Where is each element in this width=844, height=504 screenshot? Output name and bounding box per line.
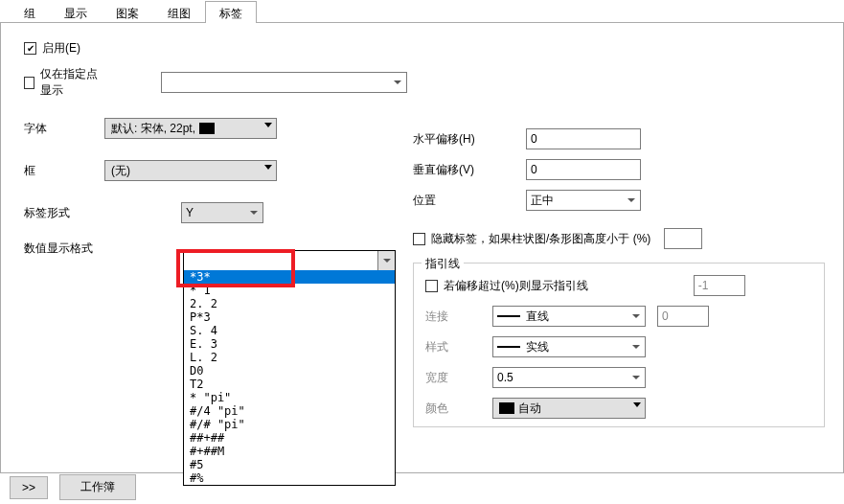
numformat-dropdown-button[interactable] [377, 251, 395, 270]
hide-label-checkbox[interactable] [413, 233, 425, 245]
numformat-option[interactable]: * "pi" [184, 391, 395, 404]
font-combo[interactable]: 默认: 宋体, 22pt, [104, 118, 277, 139]
font-value: 默认: 宋体, 22pt, [111, 121, 195, 137]
leader-connect-value: 直线 [526, 309, 549, 325]
leaderline-legend: 指引线 [422, 256, 464, 272]
hoffset-label: 水平偏移(H) [413, 131, 499, 148]
line-icon [497, 315, 520, 317]
font-label: 字体 [24, 121, 91, 137]
leader-cond-value[interactable]: -1 [694, 275, 745, 296]
chevron-down-icon [245, 203, 262, 222]
tab-pattern[interactable]: 图案 [102, 1, 153, 23]
leader-style-combo[interactable]: 实线 [492, 336, 646, 357]
chevron-down-icon [633, 402, 641, 407]
numformat-option[interactable]: P*3 [184, 310, 395, 324]
numformat-option[interactable]: L. 2 [184, 351, 395, 364]
numformat-option[interactable]: 2. 2 [184, 297, 395, 310]
chevron-down-icon [627, 337, 645, 356]
hide-label-label: 隐藏标签，如果柱状图/条形图高度小于 (%) [431, 231, 650, 247]
frame-value: (无) [111, 163, 130, 179]
color-swatch [499, 402, 514, 414]
leader-cond-checkbox[interactable] [425, 280, 438, 292]
numformat-option[interactable]: D0 [184, 364, 395, 378]
enable-label: 启用(E) [42, 40, 80, 57]
next-button[interactable]: >> [10, 476, 48, 499]
numformat-option[interactable]: ##+## [184, 431, 395, 445]
numformat-option[interactable]: #+##M [184, 445, 395, 458]
leader-width-label: 宽度 [425, 370, 473, 386]
position-combo[interactable]: 正中 [526, 190, 641, 211]
numformat-option[interactable]: T2 [184, 378, 395, 391]
labelform-combo[interactable]: Y [181, 202, 263, 223]
chevron-down-icon [264, 165, 272, 170]
tab-groupplot[interactable]: 组图 [153, 1, 205, 23]
numformat-option[interactable]: #/4 "pi" [184, 404, 395, 418]
labelform-value: Y [186, 206, 194, 219]
chevron-down-icon [264, 123, 272, 127]
leader-color-label: 颜色 [425, 401, 473, 417]
show-at-points-checkbox[interactable] [24, 77, 34, 89]
chevron-down-icon [389, 73, 406, 92]
numformat-dropdown[interactable]: *3** 12. 2P*3S. 4E. 3L. 2D0T2* "pi"#/4 "… [183, 250, 396, 486]
numformat-option[interactable]: E. 3 [184, 337, 395, 351]
chevron-down-icon [627, 307, 645, 326]
line-icon [497, 346, 520, 348]
hide-label-input[interactable] [664, 228, 702, 249]
chevron-down-icon [623, 191, 640, 210]
numformat-option[interactable]: * 1 [184, 284, 395, 297]
leader-connect-num[interactable]: 0 [657, 306, 709, 327]
leader-cond-label: 若偏移超过(%)则显示指引线 [444, 278, 588, 294]
tab-group[interactable]: 组 [10, 1, 50, 23]
leader-connect-combo[interactable]: 直线 [492, 306, 646, 327]
tab-label[interactable]: 标签 [205, 1, 257, 23]
show-at-points-label: 仅在指定点显示 [40, 66, 103, 99]
tab-display[interactable]: 显示 [50, 1, 102, 23]
numformat-option[interactable]: #/# "pi" [184, 418, 395, 431]
numformat-option[interactable]: #5 [184, 458, 395, 471]
leader-width-value: 0.5 [497, 371, 513, 384]
voffset-input[interactable]: 0 [526, 159, 641, 180]
numformat-option-list: *3** 12. 2P*3S. 4E. 3L. 2D0T2* "pi"#/4 "… [184, 270, 395, 485]
leaderline-group: 指引线 若偏移超过(%)则显示指引线 -1 连接 直线 0 样式 实线 [413, 263, 825, 427]
chevron-down-icon [627, 368, 645, 387]
leader-color-value: 自动 [518, 401, 541, 417]
leader-style-value: 实线 [526, 339, 549, 355]
hoffset-input[interactable]: 0 [526, 128, 641, 149]
font-color-swatch [199, 123, 215, 134]
labelform-label: 标签形式 [24, 205, 78, 221]
numformat-option[interactable]: #% [184, 471, 395, 485]
show-at-points-combo[interactable] [161, 72, 407, 93]
frame-combo[interactable]: (无) [104, 160, 277, 181]
leader-connect-label: 连接 [425, 309, 473, 325]
leader-width-combo[interactable]: 0.5 [492, 367, 646, 388]
tab-content: ✔ 启用(E) 仅在指定点显示 字体 默认: 宋体, 22pt, 框 (无) [0, 23, 844, 473]
voffset-label: 垂直偏移(V) [413, 162, 499, 178]
numformat-option[interactable]: *3* [184, 270, 395, 284]
frame-label: 框 [24, 163, 91, 179]
leader-color-combo[interactable]: 自动 [492, 398, 646, 419]
numformat-label: 数值显示格式 [24, 241, 101, 257]
position-value: 正中 [531, 193, 554, 209]
workbook-button[interactable]: 工作簿 [59, 474, 136, 500]
enable-checkbox[interactable]: ✔ [24, 42, 36, 55]
position-label: 位置 [413, 193, 499, 209]
leader-style-label: 样式 [425, 339, 473, 355]
numformat-input[interactable] [184, 251, 377, 270]
numformat-option[interactable]: S. 4 [184, 324, 395, 337]
tab-bar: 组 显示 图案 组图 标签 [0, 0, 844, 23]
